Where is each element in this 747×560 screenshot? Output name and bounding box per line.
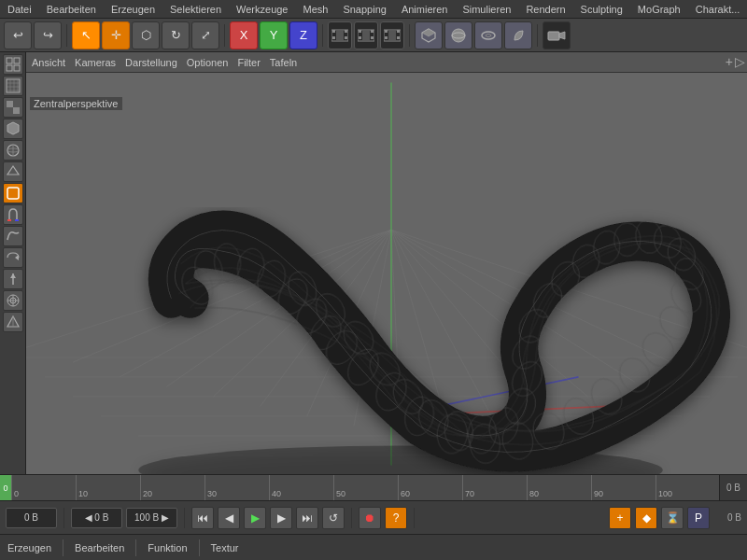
undo-button[interactable]: ↩ [4,21,32,49]
scale-tool-button[interactable]: ⬡ [132,21,160,49]
left-btn-cube[interactable] [3,119,23,139]
vp-filter[interactable]: Filter [237,57,260,68]
redo-button[interactable]: ↪ [34,21,62,49]
left-btn-magnet[interactable] [3,204,23,225]
snap-button[interactable]: + [609,507,631,529]
menu-datei[interactable]: Datei [4,4,35,15]
bp-funktion[interactable]: Funktion [148,542,187,553]
vp-ansicht[interactable]: Ansicht [32,57,65,68]
left-btn-rotate2[interactable] [3,247,23,268]
axis-y-button[interactable]: Y [260,21,288,49]
canvas-area[interactable]: Zentralperspektive [26,73,747,474]
svg-point-23 [486,34,491,36]
bp-erzeugen[interactable]: Erzeugen [7,542,51,553]
pb-sep-3 [351,508,352,528]
transform-tool-button[interactable]: ⤢ [191,21,219,49]
left-btn-spline[interactable] [3,183,23,203]
tick-60: 60 [398,475,410,500]
vp-plus-icon[interactable]: + [726,54,733,69]
prev-frame-button[interactable]: ◀ [218,507,240,529]
info-button[interactable]: ? [385,507,407,529]
vp-arrow-icon[interactable]: ▷ [735,54,745,69]
vp-optionen[interactable]: Optionen [187,57,229,68]
menu-mograph[interactable]: MoGraph [634,4,684,15]
torus-btn[interactable] [474,21,502,49]
svg-rect-2 [332,36,335,39]
bp-textur[interactable]: Textur [211,542,239,553]
svg-rect-7 [359,30,361,33]
menu-charakter[interactable]: Charakt... [692,4,744,15]
menu-sculpting[interactable]: Sculpting [577,4,627,15]
svg-rect-28 [7,65,12,71]
vp-kameras[interactable]: Kameras [75,57,116,68]
left-btn-deform[interactable] [3,226,23,246]
svg-rect-10 [371,36,374,39]
next-frame-button[interactable]: ▶ [270,507,292,529]
record-button[interactable]: ⏺ [359,507,381,529]
camera-btn[interactable] [543,21,571,49]
bp-bearbeiten[interactable]: Bearbeiten [75,542,124,553]
loop-button[interactable]: ↺ [322,507,345,529]
svg-rect-17 [388,31,396,40]
left-btn-mesh[interactable] [3,161,23,182]
axis-x-button[interactable]: X [230,21,258,49]
svg-rect-3 [345,30,347,33]
menu-erzeugen[interactable]: Erzeugen [107,4,159,15]
start-frame-field[interactable]: ◀ 0 B [71,508,122,528]
left-btn-checkerboard[interactable] [3,97,23,118]
tick-70: 70 [462,475,474,500]
menu-simulieren[interactable]: Simulieren [458,4,514,15]
motion-button[interactable]: P [687,507,710,529]
curve-button[interactable]: ⌛ [661,507,684,529]
svg-rect-9 [371,30,374,33]
cube-btn[interactable] [415,21,443,49]
vp-nav-buttons[interactable]: + ▷ [726,54,745,69]
left-btn-triangle[interactable] [3,312,23,332]
bp-sep-1 [63,539,63,556]
menu-bearbeiten[interactable]: Bearbeiten [43,4,100,15]
toolbar: ↩ ↪ ↖ ✛ ⬡ ↻ ⤢ X Y Z [0,19,747,52]
svg-marker-51 [10,273,16,278]
playback-bar: 0 B ◀ 0 B 100 B ▶ ⏮ ◀ ▶ ▶ ⏭ ↺ ⏺ ? + ◆ ⌛ … [0,500,747,534]
menu-selektieren[interactable]: Selektieren [166,4,225,15]
leaf-btn[interactable] [504,21,532,49]
menu-mesh[interactable]: Mesh [299,4,331,15]
bp-sep-2 [135,539,136,556]
vp-tafeln[interactable]: Tafeln [270,57,297,68]
pb-sep-1 [63,508,64,528]
goto-end-button[interactable]: ⏭ [296,507,318,529]
goto-start-button[interactable]: ⏮ [191,507,214,529]
sphere-btn[interactable] [444,21,472,49]
menu-snapping[interactable]: Snapping [339,4,390,15]
menu-animieren[interactable]: Animieren [398,4,452,15]
svg-rect-46 [7,188,19,199]
select-tool-button[interactable]: ↖ [72,21,100,49]
pb-sep-2 [184,508,185,528]
axis-z-button[interactable]: Z [289,21,317,49]
left-btn-viewport[interactable] [3,54,23,75]
viewport-label: Zentralperspektive [30,97,122,110]
move-tool-button[interactable]: ✛ [102,21,130,49]
film-btn-2[interactable] [354,21,378,49]
left-btn-arrow[interactable] [3,269,23,289]
viewport-toolbar: Ansicht Kameras Darstellung Optionen Fil… [26,52,747,73]
end-frame-field[interactable]: 100 B ▶ [126,508,177,528]
bp-sep-3 [199,539,200,556]
menu-werkzeuge[interactable]: Werkzeuge [233,4,291,15]
keyframe-button[interactable]: ◆ [635,507,657,529]
film-btn-3[interactable] [380,21,404,49]
left-btn-target[interactable] [3,290,23,311]
left-btn-sphere2[interactable] [3,140,23,161]
left-btn-grid[interactable] [3,76,23,96]
tick-20: 20 [140,475,152,500]
film-btn-1[interactable] [328,21,352,49]
menu-rendern[interactable]: Rendern [522,4,569,15]
vp-darstellung[interactable]: Darstellung [125,57,177,68]
play-button[interactable]: ▶ [244,507,266,529]
rotate-tool-button[interactable]: ↻ [162,21,190,49]
tick-80: 80 [527,475,539,500]
current-frame-field[interactable]: 0 B [6,508,57,528]
svg-rect-26 [7,58,12,63]
timeline-scale[interactable]: 0 10 20 30 40 50 60 70 80 90 100 [11,475,719,500]
tick-10: 10 [76,475,88,500]
